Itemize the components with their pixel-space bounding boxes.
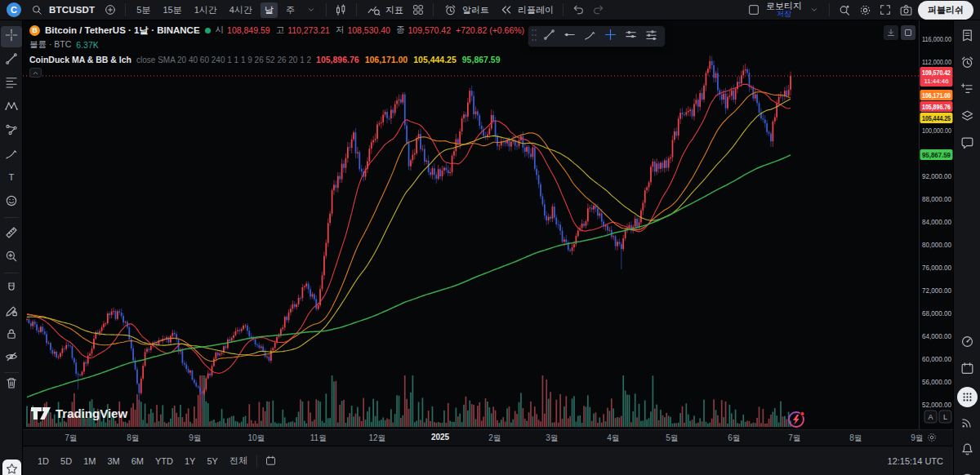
price-tick: 76,000.00 (922, 264, 951, 272)
sidebar-gauge-button[interactable] (957, 333, 978, 353)
sidebar-streams-button[interactable] (957, 414, 978, 434)
favorite-tool-brush-button[interactable] (581, 28, 599, 46)
pane-maximize-button[interactable] (901, 25, 915, 40)
publish-button[interactable]: 퍼블리쉬 (918, 1, 973, 20)
sidebar-partial-button[interactable] (957, 465, 978, 475)
range-button-3m[interactable]: 3M (102, 455, 124, 468)
alert-button[interactable]: 알러트 (440, 0, 492, 20)
tool-crosshair-button[interactable] (1, 26, 22, 47)
chart-type-candles-icon[interactable] (333, 2, 350, 18)
range-button-5y[interactable]: 5Y (202, 455, 222, 468)
favorite-tool-cross-button[interactable] (601, 28, 619, 46)
timeframe-button[interactable]: 날 (261, 2, 278, 18)
toolbar-drag-handle[interactable] (531, 29, 537, 45)
timeframe-button[interactable]: 15분 (158, 2, 185, 18)
snapshot-camera-icon[interactable] (898, 2, 914, 18)
layout-templates-icon[interactable] (410, 2, 426, 18)
favorite-tool-sliders-b-button[interactable] (642, 28, 660, 46)
range-button-ytd[interactable]: YTD (150, 455, 178, 468)
go-to-date-icon[interactable] (265, 455, 277, 467)
favorite-tool-sliders-a-button[interactable] (621, 28, 639, 46)
time-axis[interactable]: 7월8월9월10월11월12월20252월3월4월5월6월7월8월9월 (23, 429, 953, 446)
time-axis-settings-icon[interactable] (926, 432, 938, 446)
sidebar-object-tree-button[interactable] (957, 108, 978, 128)
sidebar-alerts-button[interactable] (957, 54, 978, 74)
settings-gear-icon[interactable] (857, 2, 873, 18)
fullscreen-icon[interactable] (877, 2, 893, 18)
tool-lock-all-button[interactable] (1, 325, 22, 346)
tool-magnet-button[interactable] (1, 279, 22, 300)
sidebar-notes-button[interactable] (957, 81, 978, 101)
sidebar-calendar-button[interactable] (957, 360, 978, 380)
utc-clock[interactable]: 12:15:14 UTC (888, 456, 943, 466)
indicators-button[interactable]: 지표 (363, 0, 406, 20)
sidebar-apps-grid-button[interactable] (957, 387, 978, 407)
tool-drawing-mode-button[interactable] (1, 302, 22, 323)
tool-fib-retracement-button[interactable] (1, 73, 22, 95)
timeframe-button[interactable]: 4시간 (225, 2, 256, 18)
range-button-1m[interactable]: 1M (78, 455, 100, 468)
tool-xabcd-pattern-button[interactable] (1, 97, 22, 118)
bell-icon (960, 442, 975, 460)
tool-ruler-button[interactable] (1, 224, 22, 245)
zoom-in-icon (4, 249, 19, 267)
timeframe-dropdown-icon[interactable] (303, 2, 319, 18)
time-axis-label: 12월 (368, 433, 385, 444)
range-button-6m[interactable]: 6M (127, 455, 149, 468)
indicators-icon (366, 2, 382, 18)
timeframe-button[interactable]: 주 (282, 2, 299, 18)
redo-icon[interactable] (590, 2, 607, 18)
timeframe-button[interactable]: 5분 (132, 2, 154, 18)
undo-icon[interactable] (570, 2, 586, 18)
range-button-5d[interactable]: 5D (56, 455, 77, 468)
time-axis-label: 8월 (127, 433, 140, 444)
favorites-star-button[interactable] (2, 459, 21, 475)
favorite-tool-horizontal-ray-button[interactable] (560, 28, 578, 46)
ohlc-value: 108,530.40 (347, 25, 390, 35)
chart-svg[interactable]: TradingView116,000.00112,000.00100,000.0… (23, 20, 953, 429)
range-button-1d[interactable]: 1D (33, 455, 54, 468)
time-axis-label: 7월 (788, 433, 801, 444)
app-logo[interactable]: C (7, 2, 21, 17)
tool-trash-button[interactable] (1, 374, 22, 395)
tool-text-button[interactable]: T (1, 168, 22, 189)
indicator-legend-row[interactable]: CoinDuck MA & BB & Ich close SMA 20 40 6… (29, 53, 524, 66)
compare-add-icon[interactable] (102, 2, 118, 18)
cross-icon (604, 28, 617, 45)
select-layout-icon[interactable] (746, 2, 762, 18)
price-tick: 64,000.00 (922, 332, 951, 340)
legend-collapse-button[interactable] (29, 68, 42, 78)
sidebar-watchlist-button[interactable] (957, 27, 978, 47)
tool-zoom-in-button[interactable] (1, 247, 22, 269)
sidebar-chat-button[interactable] (957, 135, 978, 155)
pane-collapse-button[interactable] (884, 25, 898, 40)
tool-hide-all-button[interactable] (1, 348, 22, 369)
chat-icon (960, 135, 975, 154)
replay-button[interactable]: 리플레이 (496, 0, 556, 20)
favorite-tool-trend-line-button[interactable] (540, 28, 558, 46)
top-toolbar: C BTCUSDT 5분15분1시간4시간날주 (0, 0, 980, 20)
log-scale-button[interactable]: L (939, 411, 951, 423)
brush-icon (4, 146, 19, 164)
right-sidebar (953, 20, 980, 475)
layout-dropdown-icon[interactable] (806, 2, 822, 18)
timeframe-button[interactable]: 1시간 (190, 2, 221, 18)
range-button-1y[interactable]: 1Y (180, 455, 200, 468)
price-tick: 60,000.00 (922, 355, 951, 363)
sidebar-bell-button[interactable] (957, 441, 978, 461)
auto-scale-button[interactable]: A (924, 411, 937, 423)
separator (829, 3, 830, 16)
tool-trend-line-button[interactable] (1, 50, 22, 71)
indicator-value: 105,896.76 (316, 55, 359, 64)
symbol-search-button[interactable]: BTCUSDT (25, 0, 98, 20)
tool-emoji-button[interactable] (1, 192, 22, 213)
layout-name-button[interactable]: 로보티지 저장 (766, 2, 802, 18)
range-button-전체[interactable]: 전체 (225, 453, 252, 468)
symbol-legend-row[interactable]: B Bitcoin / TetherUS · 1날 · BINANCE 시108… (29, 24, 524, 37)
price-tick: 56,000.00 (922, 378, 951, 386)
volume-legend-row[interactable]: 볼륨 · BTC 6.37K (29, 38, 524, 51)
tool-brush-button[interactable] (1, 144, 22, 166)
replay-label: 리플레이 (518, 4, 554, 16)
quick-search-icon[interactable] (836, 2, 853, 18)
tool-forecast-button[interactable] (1, 121, 22, 142)
